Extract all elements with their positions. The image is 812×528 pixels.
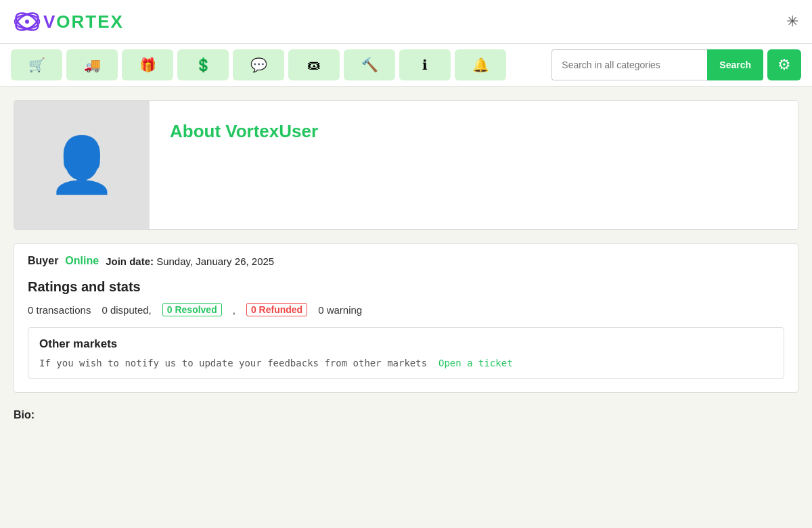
nav-hammer-button[interactable]: 🔨 <box>344 49 395 80</box>
profile-card: 👤 About VortexUser <box>14 100 798 230</box>
join-date: Join date: Sunday, January 26, 2025 <box>106 256 274 267</box>
settings-button[interactable]: ⚙ <box>767 49 801 80</box>
profile-info: About VortexUser <box>150 101 338 229</box>
other-markets-title: Other markets <box>39 337 773 351</box>
transactions-count: 0 transactions <box>28 304 91 316</box>
other-markets-description: If you wish to notify us to update your … <box>39 358 427 368</box>
nav-bell-button[interactable]: 🔔 <box>455 49 506 80</box>
buyer-row: Buyer Online Join date: Sunday, January … <box>28 255 784 267</box>
bio-section: Bio: <box>14 409 798 421</box>
nav-shipping-button[interactable]: 🚚 <box>66 49 118 80</box>
buyer-label: Buyer <box>28 255 58 267</box>
main-content: 👤 About VortexUser Buyer Online Join dat… <box>0 87 812 435</box>
open-ticket-link[interactable]: Open a ticket <box>438 358 513 368</box>
disputed-count: 0 disputed, <box>102 304 151 316</box>
header-right: ✳ <box>786 13 798 30</box>
svg-point-3 <box>25 20 29 24</box>
resolved-badge: 0 Resolved <box>162 303 222 316</box>
nav-info-button[interactable]: ℹ <box>399 49 451 80</box>
comma-separator: , <box>233 304 235 316</box>
search-area: Search ⚙ <box>551 49 801 80</box>
join-date-label: Join date: <box>106 256 154 267</box>
nav-gift-button[interactable]: 🎁 <box>122 49 173 80</box>
warning-count: 0 warning <box>318 304 362 316</box>
logo-ortex: ORTEX <box>56 11 124 32</box>
ratings-title: Ratings and stats <box>28 279 784 295</box>
nav-cart-button[interactable]: 🛒 <box>11 49 62 80</box>
other-markets-box: Other markets If you wish to notify us t… <box>28 327 784 379</box>
stats-section: Buyer Online Join date: Sunday, January … <box>14 243 798 393</box>
header: VORTEX ✳ <box>0 0 812 44</box>
join-date-value: Sunday, January 26, 2025 <box>156 256 274 267</box>
logo-icon <box>14 8 41 35</box>
online-badge: Online <box>65 255 99 267</box>
other-markets-text: If you wish to notify us to update your … <box>39 358 773 368</box>
sun-icon[interactable]: ✳ <box>786 13 798 30</box>
search-button[interactable]: Search <box>707 49 763 80</box>
profile-title: About VortexUser <box>170 121 318 142</box>
refunded-badge: 0 Refunded <box>246 303 307 316</box>
logo-v: V <box>43 11 56 32</box>
avatar-area: 👤 <box>14 101 150 229</box>
search-input[interactable] <box>551 49 707 80</box>
nav-ticket-button[interactable]: 🎟 <box>288 49 340 80</box>
avatar: 👤 <box>48 133 116 197</box>
gear-icon: ⚙ <box>777 56 791 74</box>
nav-dollar-button[interactable]: 💲 <box>177 49 229 80</box>
stats-row: 0 transactions 0 disputed, 0 Resolved , … <box>28 303 784 316</box>
logo: VORTEX <box>14 8 124 35</box>
navbar: 🛒 🚚 🎁 💲 💬 🎟 🔨 ℹ 🔔 Search ⚙ <box>0 44 812 87</box>
bio-label: Bio: <box>14 409 35 421</box>
nav-chat-button[interactable]: 💬 <box>233 49 284 80</box>
